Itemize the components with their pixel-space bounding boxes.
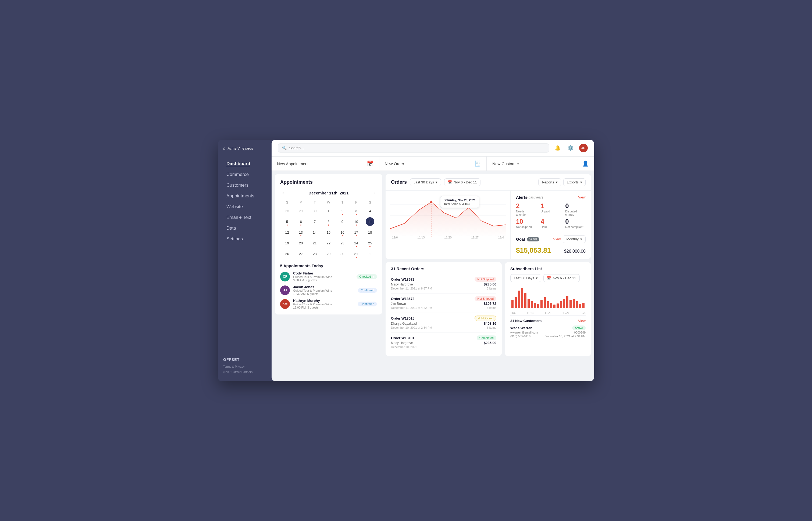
sidebar-item-settings[interactable]: Settings <box>223 234 266 244</box>
calendar-day-cell[interactable]: 10 <box>349 216 363 227</box>
footer-links[interactable]: Terms & Privacy <box>223 364 266 369</box>
sidebar-item-website[interactable]: Website <box>223 202 266 212</box>
search-input[interactable] <box>289 146 545 150</box>
reports-button[interactable]: Reports ▾ <box>538 178 561 186</box>
calendar-day-cell[interactable]: 29 <box>294 205 307 216</box>
calendar-day[interactable]: 14 <box>311 228 319 236</box>
calendar-day[interactable]: 11 <box>366 217 374 226</box>
calendar-day-cell[interactable]: 25 <box>363 238 377 248</box>
calendar-day-cell[interactable]: 5 <box>280 216 294 227</box>
calendar-day-cell[interactable]: 27 <box>294 248 307 259</box>
calendar-day-cell[interactable]: 30 <box>308 205 322 216</box>
calendar-day[interactable]: 21 <box>311 239 319 247</box>
calendar-day-cell[interactable]: 28 <box>280 205 294 216</box>
calendar-day[interactable]: 1 <box>366 249 374 258</box>
calendar-day-cell[interactable]: 2 <box>336 205 349 216</box>
calendar-day[interactable]: 27 <box>297 249 305 258</box>
alerts-view-link[interactable]: View <box>578 195 585 199</box>
sidebar-item-customers[interactable]: Customers <box>223 180 266 190</box>
order-item[interactable]: Order W18673 Not Shipped Jim Brown $105.… <box>391 294 496 313</box>
sidebar-item-commerce[interactable]: Commerce <box>223 170 266 179</box>
orders-date-range[interactable]: 📅 Nov 6 - Dec 11 <box>444 178 480 186</box>
calendar-day-cell[interactable]: 26 <box>280 248 294 259</box>
new-appointment-button[interactable]: New Appointment 📅 <box>272 157 379 171</box>
calendar-day-cell[interactable]: 21 <box>308 238 322 248</box>
orders-date-filter[interactable]: Last 30 Days ▾ <box>410 178 441 186</box>
calendar-day[interactable]: 1 <box>324 206 333 215</box>
calendar-day[interactable]: 25 <box>366 239 374 247</box>
exports-button[interactable]: Exports ▾ <box>563 178 585 186</box>
calendar-day[interactable]: 30 <box>311 206 319 215</box>
calendar-day[interactable]: 10 <box>352 217 361 226</box>
calendar-day-cell[interactable]: 8 <box>322 216 335 227</box>
new-customer-button[interactable]: New Customer 👤 <box>487 157 594 171</box>
subscribers-date-range[interactable]: 📅 Nov 6 - Dec 11 <box>543 274 580 282</box>
search-bar[interactable]: 🔍 <box>278 143 549 153</box>
avatar[interactable]: JR <box>579 144 588 152</box>
calendar-day[interactable]: 17 <box>352 228 361 236</box>
calendar-day-cell[interactable]: 20 <box>294 238 307 248</box>
calendar-day[interactable]: 29 <box>297 206 305 215</box>
calendar-day[interactable]: 5 <box>283 217 292 226</box>
calendar-day[interactable]: 13 <box>297 228 305 236</box>
sidebar-item-dashboard[interactable]: Dashboard <box>223 159 266 169</box>
calendar-day[interactable]: 28 <box>283 206 292 215</box>
subscribers-date-filter[interactable]: Last 30 Days ▾ <box>510 274 541 282</box>
calendar-day[interactable]: 22 <box>324 239 333 247</box>
sidebar-item-appointments[interactable]: Appointments <box>223 191 266 201</box>
calendar-day-cell[interactable]: 13 <box>294 227 307 238</box>
calendar-prev-button[interactable]: ‹ <box>280 189 286 196</box>
calendar-day[interactable]: 3 <box>352 206 361 215</box>
calendar-day-cell[interactable]: 1 <box>363 248 377 259</box>
calendar-day-cell[interactable]: 30 <box>336 248 349 259</box>
calendar-day-cell[interactable]: 9 <box>336 216 349 227</box>
calendar-day[interactable]: 15 <box>324 228 333 236</box>
calendar-day[interactable]: 31 <box>352 249 361 258</box>
calendar-day[interactable]: 23 <box>338 239 347 247</box>
calendar-day[interactable]: 9 <box>338 217 347 226</box>
calendar-day-cell[interactable]: 3 <box>349 205 363 216</box>
sidebar-item-email-text[interactable]: Email + Text <box>223 213 266 222</box>
calendar-day-cell[interactable]: 18 <box>363 227 377 238</box>
calendar-day-cell[interactable]: 6 <box>294 216 307 227</box>
new-order-button[interactable]: New Order 🧾 <box>379 157 487 171</box>
calendar-day-cell[interactable]: 12 <box>280 227 294 238</box>
calendar-day-cell[interactable]: 14 <box>308 227 322 238</box>
notifications-icon[interactable]: 🔔 <box>553 144 562 152</box>
new-customers-view-link[interactable]: View <box>578 319 585 323</box>
order-item[interactable]: Order W18015 Hold Pickup Dharya Gayakvad… <box>391 313 496 333</box>
calendar-day-cell[interactable]: 11 <box>363 216 377 227</box>
calendar-day-cell[interactable]: 4 <box>363 205 377 216</box>
calendar-next-button[interactable]: › <box>371 189 377 196</box>
calendar-day-cell[interactable]: 7 <box>308 216 322 227</box>
calendar-day[interactable]: 6 <box>297 217 305 226</box>
calendar-day[interactable]: 2 <box>338 206 347 215</box>
calendar-day[interactable]: 8 <box>324 217 333 226</box>
calendar-day-cell[interactable]: 17 <box>349 227 363 238</box>
order-item[interactable]: Order W18672 Not Shipped Macy Hargrove $… <box>391 274 496 294</box>
calendar-day-cell[interactable]: 24 <box>349 238 363 248</box>
goal-period-button[interactable]: Monthly ▾ <box>563 235 585 243</box>
calendar-day[interactable]: 16 <box>338 228 347 236</box>
calendar-day[interactable]: 30 <box>338 249 347 258</box>
calendar-day-cell[interactable]: 19 <box>280 238 294 248</box>
calendar-day[interactable]: 26 <box>283 249 292 258</box>
calendar-day[interactable]: 29 <box>324 249 333 258</box>
calendar-day-cell[interactable]: 23 <box>336 238 349 248</box>
calendar-day[interactable]: 24 <box>352 239 361 247</box>
calendar-day-cell[interactable]: 16 <box>336 227 349 238</box>
calendar-day-cell[interactable]: 15 <box>322 227 335 238</box>
calendar-day-cell[interactable]: 31 <box>349 248 363 259</box>
calendar-day-cell[interactable]: 28 <box>308 248 322 259</box>
settings-icon[interactable]: ⚙️ <box>566 144 575 152</box>
order-item[interactable]: Order W18101 Completed Macy Hargrove $23… <box>391 333 496 352</box>
calendar-day[interactable]: 7 <box>311 217 319 226</box>
calendar-day[interactable]: 20 <box>297 239 305 247</box>
goal-view-link[interactable]: View <box>553 237 561 241</box>
calendar-day-cell[interactable]: 22 <box>322 238 335 248</box>
calendar-day-cell[interactable]: 1 <box>322 205 335 216</box>
calendar-day[interactable]: 4 <box>366 206 374 215</box>
calendar-day-cell[interactable]: 29 <box>322 248 335 259</box>
calendar-day[interactable]: 18 <box>366 228 374 236</box>
sidebar-item-data[interactable]: Data <box>223 223 266 233</box>
